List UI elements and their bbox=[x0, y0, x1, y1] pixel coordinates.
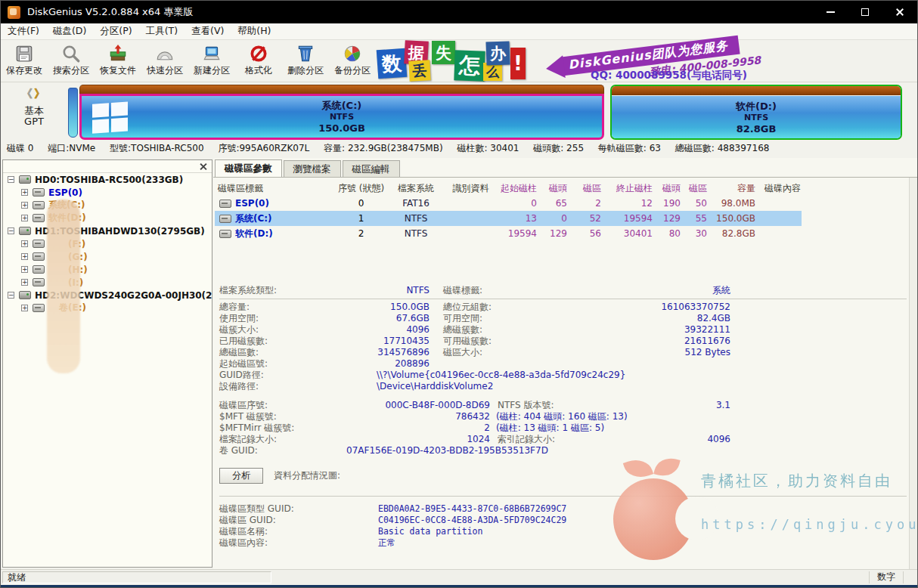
expand-icon[interactable]: + bbox=[21, 215, 28, 221]
recover-files-button[interactable]: 恢复文件 bbox=[95, 40, 141, 81]
diskgenius-window: DiskGenius V5.2.0.884 x64 專業版 文件(F) 磁盘(D… bbox=[0, 0, 918, 588]
partition-d-size: 82.8GB bbox=[736, 123, 777, 135]
disk-cylinders: 磁柱數: 30401 bbox=[457, 143, 519, 153]
partition-icon bbox=[219, 200, 231, 208]
collapse-icon[interactable]: − bbox=[8, 292, 14, 299]
disk-info-line: 磁碟 0 端口:NVMe 型號:TOSHIBA-RC500 序號:995A60R… bbox=[7, 142, 914, 157]
tree-item-d[interactable]: +软件(D:) bbox=[3, 212, 212, 224]
menu-view[interactable]: 查看(V) bbox=[185, 25, 231, 38]
menu-file[interactable]: 文件(F) bbox=[1, 25, 46, 38]
ad-tiles-banner[interactable]: 数 据 丢 失 怎 么 办 ! bbox=[376, 40, 536, 82]
expand-icon[interactable]: + bbox=[21, 240, 28, 247]
ad-qq-text: QQ: 4000089958(与电话同号) bbox=[591, 69, 747, 82]
esp-partition-block[interactable] bbox=[68, 88, 78, 138]
menu-partition[interactable]: 分区(P) bbox=[93, 25, 138, 38]
tree-item-c[interactable]: +系统(C:) bbox=[3, 199, 212, 212]
disk-sectors-per-track: 每軌磁區數: 63 bbox=[598, 143, 661, 153]
tab-sector-edit[interactable]: 磁區編輯 bbox=[343, 160, 400, 177]
disk-tree-panel: −HD0:TOSHIBA-RC500(233GB) +ESP(0) +系统(C:… bbox=[2, 159, 212, 568]
status-ready-text: 就绪 bbox=[2, 571, 271, 583]
tree-item-esp[interactable]: +ESP(0) bbox=[3, 186, 212, 199]
toolbar: 保存更改 搜索分区 恢复文件 快速分区 新建分区 格式化 删除分区 备份分区 bbox=[1, 40, 917, 82]
title-bar: DiskGenius V5.2.0.884 x64 專業版 bbox=[1, 1, 917, 23]
tree-item-g[interactable]: +(G:) bbox=[3, 250, 212, 263]
tree-item-hd1[interactable]: −HD1:TOSHIBAHDWD130(2795GB) bbox=[3, 224, 212, 237]
tab-bar: 磁碟區參數 瀏覽檔案 磁區編輯 bbox=[215, 160, 918, 177]
partition-icon bbox=[33, 188, 45, 197]
tab-partition-parameters[interactable]: 磁碟區參數 bbox=[215, 159, 282, 177]
tree-item-f[interactable]: +(F:) bbox=[3, 237, 212, 250]
search-partition-button[interactable]: 搜索分区 bbox=[48, 40, 95, 81]
partition-icon bbox=[33, 265, 45, 274]
expand-icon[interactable]: + bbox=[21, 253, 28, 260]
partition-icon bbox=[219, 215, 231, 223]
search-partition-icon bbox=[61, 44, 81, 63]
close-button[interactable] bbox=[882, 1, 917, 23]
disk-number: 磁碟 0 bbox=[7, 143, 33, 153]
ad-tile: 怎 bbox=[454, 50, 485, 81]
tree-item-hd0[interactable]: −HD0:TOSHIBA-RC500(233GB) bbox=[3, 173, 212, 186]
table-header-row: 磁碟區標籤序號 (狀態)檔案系統識別資料起始磁柱磁頭磁區終止磁柱磁頭磁區容量磁碟… bbox=[215, 181, 802, 196]
new-partition-button[interactable]: 新建分区 bbox=[188, 40, 235, 81]
expand-icon[interactable]: + bbox=[21, 189, 28, 196]
partition-c-size: 150.0GB bbox=[318, 122, 365, 134]
tree-item-hd2[interactable]: −HD2:WDCWDS240G2G0A-00JH30(224GB) bbox=[3, 289, 212, 302]
delete-partition-icon bbox=[296, 44, 315, 63]
disk-total-sectors: 總磁區數: 488397168 bbox=[675, 143, 770, 153]
partition-c-fs: NTFS bbox=[318, 111, 365, 122]
save-changes-button[interactable]: 保存更改 bbox=[1, 40, 48, 81]
format-button[interactable]: 格式化 bbox=[235, 40, 282, 81]
disk-model: 型號:TOSHIBA-RC500 bbox=[110, 143, 204, 153]
expand-icon[interactable]: + bbox=[21, 279, 28, 286]
recover-files-icon bbox=[108, 44, 128, 63]
window-frame-bottom bbox=[1, 585, 918, 588]
tree-close-icon[interactable] bbox=[199, 162, 208, 171]
tree-item-i[interactable]: +(I:) bbox=[3, 276, 212, 289]
save-changes-icon bbox=[14, 44, 34, 63]
minimize-button[interactable] bbox=[813, 1, 848, 23]
expand-icon[interactable]: + bbox=[21, 202, 28, 209]
quick-partition-button[interactable]: 快速分区 bbox=[141, 40, 188, 81]
table-row-c-selected[interactable]: 系统(C:) 1NTFS130521959412955150.0GB bbox=[215, 211, 802, 226]
next-disk-arrow-icon[interactable]: 》 bbox=[34, 87, 47, 101]
status-numlock-indicator: 数字 bbox=[869, 571, 904, 583]
table-row-esp[interactable]: ESP(0) 0FAT160652121905098.0MB bbox=[215, 196, 802, 211]
quick-partition-icon bbox=[155, 44, 175, 63]
tab-browse-files[interactable]: 瀏覽檔案 bbox=[284, 160, 341, 177]
partition-details: 檔案系統類型:NTFS磁碟標籤:系統 總容量:150.0GB總位元組數:1610… bbox=[219, 285, 907, 549]
disk0-strip-d bbox=[612, 86, 901, 95]
collapse-icon[interactable]: − bbox=[8, 227, 14, 234]
maximize-button[interactable] bbox=[848, 1, 882, 23]
menu-help[interactable]: 帮助(H) bbox=[231, 25, 278, 38]
partition-c-block[interactable]: 系统(C:) NTFS 150.0GB bbox=[79, 94, 604, 140]
partition-d-name: 软件(D:) bbox=[736, 101, 777, 112]
analyze-button[interactable]: 分析 bbox=[219, 468, 263, 484]
disk-heads: 磁頭數: 255 bbox=[533, 143, 584, 153]
status-bar: 就绪 数字 bbox=[1, 569, 918, 585]
delete-partition-button[interactable]: 删除分区 bbox=[282, 40, 329, 81]
menu-tools[interactable]: 工具(T) bbox=[139, 25, 185, 38]
ad-tile: 丢 bbox=[408, 60, 430, 81]
menu-disk[interactable]: 磁盘(D) bbox=[46, 25, 93, 38]
tree-item-e[interactable]: +卷(E:) bbox=[3, 302, 212, 314]
tree-item-h[interactable]: +(H:) bbox=[3, 263, 212, 276]
watermark-smudge bbox=[47, 200, 80, 373]
allocation-map-label: 資料分配情況圖: bbox=[274, 469, 340, 482]
disk-serial: 序號:995A60RZK07L bbox=[218, 143, 309, 153]
table-row-d[interactable]: 软件(D:) 2NTFS195941295630401803082.8GB bbox=[215, 226, 802, 241]
expand-icon[interactable]: + bbox=[21, 266, 28, 273]
partition-d-block[interactable]: 软件(D:) NTFS 82.8GB bbox=[610, 85, 902, 140]
hdd-icon bbox=[19, 175, 31, 184]
backup-partition-button[interactable]: 备份分区 bbox=[329, 40, 376, 81]
collapse-icon[interactable]: − bbox=[8, 176, 14, 183]
partition-table: 磁碟區標籤序號 (狀態)檔案系統識別資料起始磁柱磁頭磁區終止磁柱磁頭磁區容量磁碟… bbox=[215, 181, 802, 241]
disk-scheme-label: GPT bbox=[1, 116, 67, 127]
format-icon bbox=[249, 44, 268, 63]
ad-team-banner[interactable]: DiskGenius团队为您服务 致电: 400-008-9958 QQ: 40… bbox=[536, 40, 917, 82]
vertical-scrollbar[interactable] bbox=[909, 178, 918, 569]
menu-bar: 文件(F) 磁盘(D) 分区(P) 工具(T) 查看(V) 帮助(H) bbox=[1, 23, 917, 40]
partition-graphic-bar: 《》 基本 GPT 系统(C:) NTFS 150.0GB 软件(D bbox=[1, 82, 917, 141]
prev-disk-arrow-icon[interactable]: 《 bbox=[21, 87, 34, 101]
expand-icon[interactable]: + bbox=[21, 305, 28, 311]
ad-tile: 数 bbox=[377, 48, 408, 79]
